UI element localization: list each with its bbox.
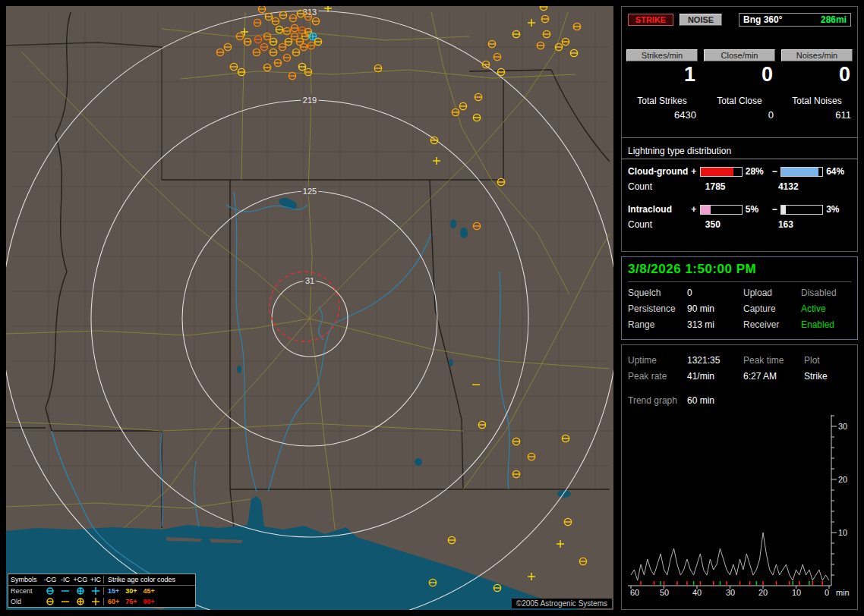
total-noises-value: 611 [781,109,853,121]
age-code-30: 30+ [125,587,137,595]
legend-header-neg-ic: -IC [58,576,73,583]
trend-plot [628,415,837,589]
total-close-label: Total Close [704,96,775,106]
minus-sign: − [771,204,780,215]
strikes-per-min-value: 1 [626,63,698,86]
status-panel: 3/8/2026 1:50:00 PM Squelch 0 Upload Dis… [621,256,858,340]
receiver-label: Receiver [743,319,801,330]
close-per-min-chip: Close/min [704,49,775,61]
upload-status: Disabled [801,288,837,298]
divider [622,137,857,138]
age-code-60: 60+ [108,598,119,605]
persistence-value: 90 min [687,303,743,314]
legend-age-title: Strike age color codes [103,576,193,583]
plot-value: Strike [804,371,851,382]
plot-label: Plot [804,355,851,366]
cg-plus-bar [700,167,743,177]
noises-per-min-chip: Noises/min [781,49,853,61]
ytick-20: 20 [838,475,847,484]
age-code-15: 15+ [108,587,119,595]
peak-time-value: 6:27 AM [743,371,804,382]
legend-recent-label: Recent [11,587,43,595]
info-row: Peak rate 41/min 6:27 AM Strike [628,371,851,382]
intracloud-counts: Count 350 163 [628,219,851,230]
status-row: Squelch 0 Upload Disabled [628,288,851,298]
capture-label: Capture [743,303,801,314]
uptime-value: 1321:35 [687,355,743,366]
ic-plus-bar [700,205,743,215]
legend-symbols-title: Symbols [11,576,43,583]
persistence-label: Persistence [628,303,687,314]
legend-old-label: Old [11,598,43,605]
cloud-ground-label: Cloud-ground [628,166,689,177]
age-code-90: 90+ [143,598,155,605]
map-legend: Symbols -CG -IC +CG +IC Strike age color… [8,574,196,608]
cg-minus-percent: 64% [826,166,851,177]
xaxis-unit: min [836,588,850,597]
circle-minus-icon [43,597,58,606]
count-label: Count [628,219,705,230]
legend-header-neg-cg: -CG [43,576,58,583]
divider [622,159,857,159]
xtick-10: 10 [792,588,801,597]
peak-rate-value: 41/min [687,371,743,382]
circle-minus-icon [43,586,58,596]
plus-icon [88,586,103,596]
total-close-value: 0 [704,109,775,121]
range-label: Range [628,319,687,330]
intracloud-label: Intracloud [628,204,689,215]
plus-sign: + [689,166,698,177]
cloud-ground-counts: Count 1785 4132 [628,181,851,192]
circle-plus-icon [73,597,88,606]
ring-label-125: 125 [303,187,317,196]
strikes-per-min-chip: Strikes/min [626,49,698,61]
uptime-label: Uptime [628,355,687,366]
xtick-60: 60 [630,588,639,597]
xtick-40: 40 [692,588,702,597]
trend-graph: 10 20 30 60 50 40 30 20 10 0 min [628,415,856,599]
receiver-status: Enabled [801,319,834,330]
map-svg: 31 125 219 313 [6,6,613,610]
copyright-notice: ©2005 Astrogenic Systems [512,599,612,608]
ic-plus-percent: 5% [746,204,771,215]
noise-indicator-button[interactable]: NOISE [680,14,722,26]
total-noises-label: Total Noises [781,96,853,106]
ic-minus-bar [780,205,823,215]
app-window: 31 125 219 313 Symbols -CG -IC +CG +IC S… [0,0,864,616]
ring-label-219: 219 [303,96,317,105]
info-row: Uptime 1321:35 Peak time Plot [628,355,851,366]
total-strikes-label: Total Strikes [626,96,698,106]
bearing-label: Bng 360° [743,14,782,25]
trend-graph-label: Trend graph [628,395,687,406]
ic-minus-percent: 3% [826,204,851,215]
circle-plus-icon [73,586,88,596]
xtick-0: 0 [825,588,829,597]
close-rate-column: Close/min 0 Total Close 0 [704,49,775,121]
legend-header-pos-ic: +IC [88,576,103,583]
count-label: Count [628,181,705,192]
divider [628,281,851,282]
strike-stats-panel: STRIKE NOISE Bng 360° 286mi Strikes/min … [621,6,858,252]
strike-indicator-button[interactable]: STRIKE [628,14,673,26]
minus-icon [58,586,73,596]
distribution-title: Lightning type distribution [628,146,851,156]
bearing-display: Bng 360° 286mi [739,13,851,27]
peak-time-label: Peak time [743,355,804,366]
plus-sign: + [689,204,698,215]
minus-sign: − [771,166,780,177]
minus-icon [58,597,73,606]
close-per-min-value: 0 [704,63,775,86]
ring-label-31: 31 [305,276,314,285]
ic-minus-count: 163 [778,219,851,230]
cloud-ground-row: Cloud-ground + 28% − 64% [628,166,851,177]
rate-columns: Strikes/min 1 Total Strikes 6430 Close/m… [626,49,853,121]
upload-label: Upload [743,288,801,298]
lightning-map[interactable]: 31 125 219 313 Symbols -CG -IC +CG +IC S… [6,6,613,610]
xtick-20: 20 [758,588,768,597]
datetime-display: 3/8/2026 1:50:00 PM [628,262,851,277]
trend-panel: Uptime 1321:35 Peak time Plot Peak rate … [621,344,858,610]
cg-plus-percent: 28% [746,166,771,177]
strikes-rate-column: Strikes/min 1 Total Strikes 6430 [626,49,698,121]
legend-header-pos-cg: +CG [73,576,88,583]
xtick-30: 30 [726,588,735,597]
